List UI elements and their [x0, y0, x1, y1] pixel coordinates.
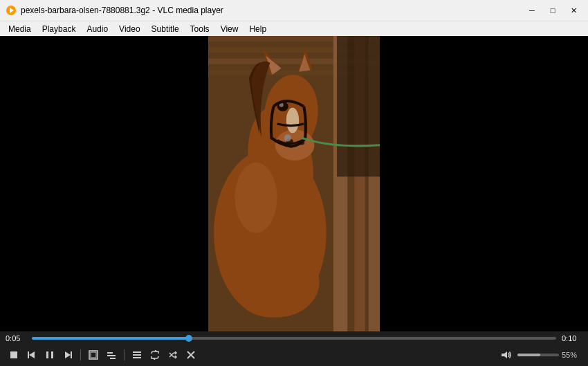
svg-rect-27: [10, 351, 17, 358]
shuffle-button[interactable]: [165, 347, 181, 363]
svg-rect-31: [51, 351, 53, 358]
separator-1: [80, 349, 81, 360]
snapshot-button[interactable]: [183, 347, 199, 363]
svg-rect-39: [133, 351, 141, 353]
close-button[interactable]: ✕: [564, 3, 582, 17]
menu-playback[interactable]: Playback: [37, 21, 82, 36]
menubar: Media Playback Audio Video Subtitle Tool…: [0, 21, 588, 36]
svg-rect-41: [133, 357, 141, 358]
progress-track[interactable]: [32, 337, 556, 340]
menu-tools[interactable]: Tools: [185, 21, 215, 36]
controls-area: 0:05 0:10: [0, 331, 588, 366]
volume-fill: [517, 354, 540, 356]
svg-marker-33: [65, 351, 71, 358]
prev-button[interactable]: [24, 347, 40, 363]
stop-button[interactable]: [6, 347, 22, 363]
video-frame: [208, 36, 380, 331]
total-time: 0:10: [562, 334, 582, 342]
volume-track[interactable]: [517, 354, 559, 356]
titlebar: pexels-barbara-olsen-7880881.3g2 - VLC m…: [0, 0, 588, 21]
loop-button[interactable]: [147, 347, 163, 363]
video-content: [0, 36, 588, 331]
menu-video[interactable]: Video: [113, 21, 145, 36]
play-pause-button[interactable]: [42, 347, 58, 363]
menu-subtitle[interactable]: Subtitle: [146, 21, 185, 36]
playlist-button[interactable]: [129, 347, 145, 363]
video-area: [0, 36, 588, 331]
svg-rect-10: [337, 36, 380, 176]
menu-media[interactable]: Media: [3, 21, 37, 36]
separator-2: [124, 349, 125, 360]
menu-audio[interactable]: Audio: [81, 21, 113, 36]
svg-point-15: [286, 108, 299, 134]
maximize-button[interactable]: □: [544, 3, 562, 17]
volume-label: 55%: [562, 351, 582, 359]
volume-icon[interactable]: [498, 347, 515, 363]
svg-marker-29: [29, 351, 35, 358]
next-button[interactable]: [59, 347, 76, 363]
controls-row: 55%: [6, 347, 582, 363]
svg-point-26: [235, 163, 277, 233]
menu-view[interactable]: View: [215, 21, 244, 36]
window-title: pexels-barbara-olsen-7880881.3g2 - VLC m…: [21, 6, 523, 15]
fullscreen-button[interactable]: [85, 347, 102, 363]
svg-rect-32: [71, 351, 72, 358]
svg-rect-28: [28, 351, 29, 358]
volume-area: 55%: [498, 347, 582, 363]
progress-bar-container: 0:05 0:10: [6, 334, 582, 342]
extended-settings-button[interactable]: [103, 347, 120, 363]
svg-marker-48: [502, 351, 507, 358]
window-controls: ─ □ ✕: [523, 3, 582, 17]
svg-point-25: [235, 247, 320, 318]
svg-rect-36: [107, 352, 113, 354]
svg-point-24: [284, 134, 291, 141]
svg-rect-37: [107, 355, 116, 356]
current-time: 0:05: [6, 334, 26, 342]
progress-handle[interactable]: [185, 335, 192, 342]
app-icon: [6, 5, 17, 16]
svg-rect-38: [110, 358, 116, 359]
minimize-button[interactable]: ─: [523, 3, 541, 17]
svg-rect-30: [46, 351, 48, 358]
progress-fill: [32, 337, 189, 340]
svg-rect-40: [133, 354, 141, 356]
svg-rect-35: [91, 352, 96, 358]
menu-help[interactable]: Help: [244, 21, 272, 36]
